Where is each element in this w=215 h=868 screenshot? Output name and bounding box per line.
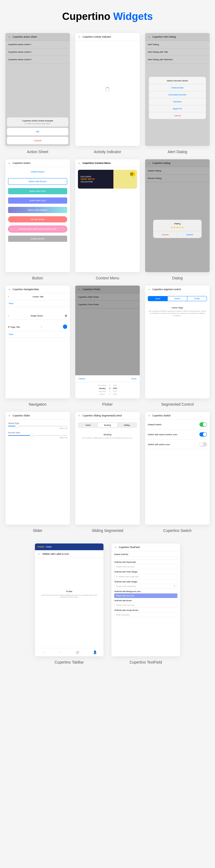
nav-bar: ≡ Page Title ⋮ [5,322,70,331]
slider[interactable] [8,435,67,436]
nav-bar: ‹ Center Title [5,293,70,300]
back-icon[interactable]: ← [8,161,11,165]
segment-screen: ← Cupertino segment control Home Search … [145,286,210,398]
back-icon[interactable]: ← [38,552,40,556]
back-icon[interactable]: ← [78,414,81,417]
text-input[interactable]: Write description. [114,612,177,617]
gradient-button[interactable]: Button with Gradient [8,207,67,213]
tabbar-screen: ProKit Flutter ← TabBar with Label & Ico… [35,544,103,656]
back-icon[interactable]: ← [8,414,11,417]
menu-icon[interactable]: ≡ Page Title [8,326,20,328]
button-screen: ← Cupertino button Default Button Button… [5,159,70,272]
textfield-screen: ← Cupertino TextField Default TextField … [112,544,180,656]
slider-screen: ← Cupertino Slider Default Slider Value … [5,412,70,525]
text-input[interactable]: ✉Please enter email here [114,574,177,579]
back-icon[interactable]: ← [8,288,11,291]
sliding-screen: ← Cupertino Sliding SegmentedControl Hom… [75,412,140,525]
back-icon[interactable]: ← [78,161,81,165]
context-screen: ← Cupertino Context Menu EXCLUSIVE SMART… [75,159,140,272]
sliding-segmented[interactable]: Home Booking Setting [78,422,137,428]
rating-dialog: Rating ★★★★★ Cancel Submit [153,220,202,238]
border-button[interactable]: Button with Border [8,178,67,185]
list-item[interactable]: Cupertino action sheet 2 [5,49,70,56]
color-button[interactable]: Button with Color [8,188,67,194]
list-item[interactable]: Cupertino Date Picker [75,293,140,301]
nav-bar: ‹ Single Action ⚙ [5,312,70,320]
avatar[interactable] [63,324,67,329]
text-input[interactable]: Please enter email here👁 [114,584,177,589]
action-sheet-modal: Cupertino Action Sheet Example It is dem… [5,116,70,146]
spinner-icon [105,87,110,92]
switch-toggle[interactable] [199,432,207,437]
appbar: ← Cupertino action sheet [5,33,70,41]
switch-toggle[interactable] [199,422,207,427]
default-button[interactable]: Default Button [8,169,67,175]
alert-option[interactable]: Chocolate Brownie [149,91,206,98]
back-icon[interactable]: ← [8,35,11,38]
bottom-tabbar[interactable]: ⌂ ♡ 🛒 👤 [35,648,103,656]
more-icon[interactable]: ⋮ [40,326,42,328]
back-icon[interactable]: ← [78,288,81,291]
segment-home: Home [148,296,168,301]
dialog-screen: ← Cupertino Dialog Simple Dialog Review … [145,159,210,272]
color-button[interactable]: Button with Color [8,197,67,204]
alert-cancel[interactable]: Cancel [149,112,206,119]
switch-toggle[interactable] [199,442,207,446]
circular-button[interactable]: Circular Button [8,216,67,222]
eye-icon[interactable]: 👁 [174,585,176,587]
heart-icon[interactable]: ♡ [52,650,69,654]
picker-screen: ← Cupertino Picker Cupertino Date Picker… [75,286,140,398]
gear-icon[interactable]: ⚙ [65,314,67,317]
slider[interactable] [8,426,67,426]
picker-done[interactable]: Done [131,377,136,380]
discount-badge: 30% OFF [130,172,135,177]
cancel-button[interactable]: Cancel [7,137,68,144]
disabled-button: Disable Button [8,236,67,242]
list-item[interactable]: Alert Dialog with Title [145,49,210,56]
picker-cancel[interactable]: Cancel [79,377,85,380]
profile-icon[interactable]: 👤 [86,650,103,654]
list-item[interactable]: Alert Dialog [145,41,210,49]
back-icon[interactable]: ← [148,161,151,165]
back-icon[interactable]: ← [148,288,151,291]
alert-option[interactable]: Hazelnut [149,98,206,105]
submit-button[interactable]: Submit [178,231,202,238]
cart-icon[interactable]: 🛒 [69,650,87,654]
segment-profile: Profile [187,296,207,301]
back-link[interactable]: ‹ Back [8,333,13,335]
text-input[interactable]: Please enter text here. [114,564,177,569]
brand-header: ProKit Flutter [35,544,103,550]
alert-option[interactable]: CheeseCake [149,84,206,91]
context-banner[interactable]: EXCLUSIVE SMART WATCH COLLECTION 30% OFF [78,170,137,189]
alert-screen: ← Cupertino Alert Dialog Alert Dialog Al… [145,33,210,146]
star-rating[interactable]: ★★★★★ [153,226,202,231]
list-item[interactable]: Review Dialog [145,175,210,182]
segment-search: Search [168,296,187,301]
list-item[interactable]: Simple Dialog [145,167,210,175]
list-item[interactable]: Cupertino Time Picker [75,301,140,308]
tab-setting: Setting [117,423,136,427]
list-item[interactable]: Cupertino action sheet 3 [5,56,70,63]
alert-popup: Select Favorite Desert CheeseCake Chocol… [149,77,206,119]
home-icon[interactable]: ⌂ [35,650,52,654]
list-item[interactable]: Alert Dialog with Selection [145,56,210,63]
list-item[interactable]: Cupertino action sheet 1 [5,41,70,49]
back-icon[interactable]: ← [148,35,151,38]
page-title: Cupertino Widgets [5,11,210,22]
back-icon[interactable]: ← [148,414,151,417]
segmented-control[interactable]: Home Search Profile [148,296,207,301]
date-picker[interactable]: Cancel Done December January February Ma… [75,375,140,398]
navigation-screen: ← Cupertino NavigationBar ‹ Center Title… [5,286,70,398]
action-sheet-screen: ← Cupertino action sheet Cupertino actio… [5,33,70,146]
back-link[interactable]: ‹ Back [8,303,13,304]
text-input[interactable] [114,556,177,560]
alert-option[interactable]: Apple Pie [149,105,206,112]
ok-button[interactable]: OK [7,128,68,135]
activity-screen: ← Cupertino Activity Indicator [75,33,140,146]
back-icon[interactable]: ← [78,35,81,38]
cancel-button[interactable]: Cancel [153,231,178,238]
back-icon[interactable]: ← [114,546,117,549]
text-input[interactable]: Please enter text here [114,602,177,608]
text-input[interactable]: Please enter text here [114,593,177,598]
circular-border-button[interactable]: Circular button with custom border color [8,226,67,232]
